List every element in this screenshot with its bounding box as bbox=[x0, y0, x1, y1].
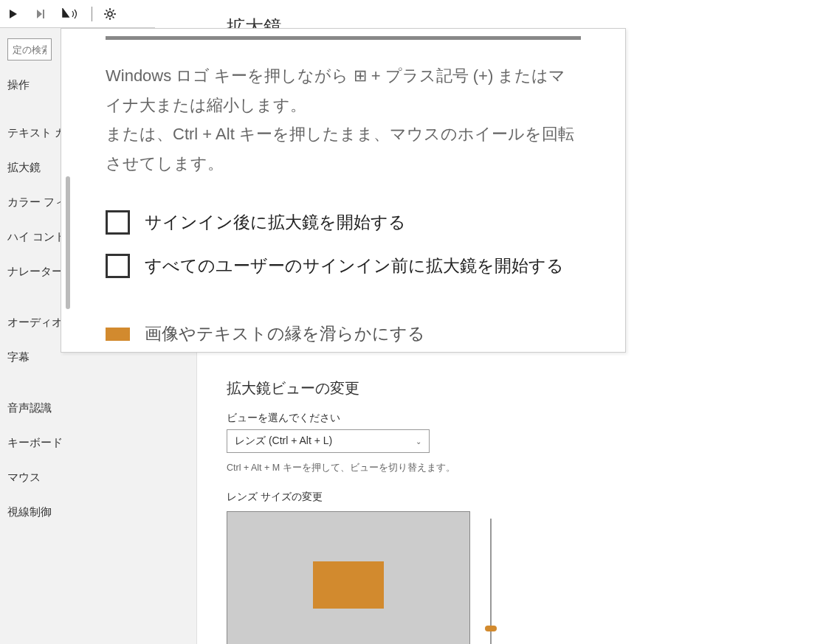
view-help-text: Ctrl + Alt + M キーを押して、ビューを切り替えます。 bbox=[227, 462, 793, 474]
dropdown-value: レンズ (Ctrl + Alt + L) bbox=[235, 434, 332, 448]
scrollbar[interactable] bbox=[66, 176, 70, 309]
svg-point-5 bbox=[108, 12, 112, 16]
magnifier-help-text: Windows ロゴ キーを押しながら ⊞ + プラス記号 (+) またはマイナ… bbox=[106, 61, 581, 178]
help-line-1: Windows ロゴ キーを押しながら ⊞ + プラス記号 (+) またはマイナ… bbox=[106, 61, 581, 120]
checkbox-label: サインイン後に拡大鏡を開始する bbox=[145, 211, 406, 234]
svg-line-13 bbox=[113, 10, 114, 11]
svg-marker-1 bbox=[37, 10, 42, 18]
sidebar-item-keyboard[interactable]: キーボード bbox=[0, 426, 196, 460]
lens-preview-row bbox=[227, 511, 793, 644]
cursor-sound-icon[interactable] bbox=[62, 7, 81, 21]
lens-size-label: レンズ サイズの変更 bbox=[227, 491, 793, 504]
chevron-down-icon: ⌄ bbox=[416, 437, 421, 446]
view-section: 拡大鏡ビューの変更 ビューを選んでください レンズ (Ctrl + Alt + … bbox=[227, 378, 793, 644]
checkbox-row-start-after-signin[interactable]: サインイン後に拡大鏡を開始する bbox=[106, 210, 581, 235]
gear-icon[interactable] bbox=[103, 7, 117, 21]
lens-preview bbox=[227, 511, 470, 644]
checkbox-icon[interactable] bbox=[106, 254, 130, 278]
checkbox-row-start-before-signin[interactable]: すべてのユーザーのサインイン前に拡大鏡を開始する bbox=[106, 254, 581, 278]
toggle-icon[interactable] bbox=[106, 328, 130, 341]
search-input[interactable] bbox=[7, 38, 52, 60]
lens-inner-rect bbox=[313, 561, 384, 609]
view-section-title: 拡大鏡ビューの変更 bbox=[227, 378, 793, 398]
checkbox-label: すべてのユーザーのサインイン前に拡大鏡を開始する bbox=[145, 255, 564, 277]
sidebar-item-speech[interactable]: 音声認識 bbox=[0, 391, 196, 426]
svg-line-10 bbox=[106, 10, 108, 11]
sidebar-item-eye-control[interactable]: 視線制御 bbox=[0, 495, 196, 530]
skip-icon[interactable] bbox=[34, 7, 49, 21]
slider-thumb[interactable] bbox=[485, 626, 497, 631]
svg-rect-2 bbox=[43, 10, 44, 18]
panel-divider bbox=[106, 36, 581, 40]
magnifier-panel: Windows ロゴ キーを押しながら ⊞ + プラス記号 (+) またはマイナ… bbox=[61, 28, 626, 353]
magnifier-toolbar bbox=[0, 0, 155, 28]
svg-marker-0 bbox=[10, 10, 17, 18]
sidebar-group-interaction: 音声認識 キーボード マウス 視線制御 bbox=[0, 391, 196, 530]
toolbar-divider bbox=[92, 7, 92, 21]
lens-height-slider[interactable] bbox=[483, 511, 498, 644]
help-line-2: または、Ctrl + Alt キーを押したまま、マウスのホイールを回転させてしま… bbox=[106, 120, 581, 178]
toggle-label: 画像やテキストの縁を滑らかにする bbox=[145, 322, 425, 345]
view-dropdown[interactable]: レンズ (Ctrl + Alt + L) ⌄ bbox=[227, 429, 430, 453]
toggle-row-smooth-edges[interactable]: 画像やテキストの縁を滑らかにする bbox=[106, 322, 581, 345]
choose-view-label: ビューを選んでください bbox=[227, 412, 793, 425]
play-icon[interactable] bbox=[6, 7, 21, 21]
sidebar-item-mouse[interactable]: マウス bbox=[0, 460, 196, 495]
svg-line-11 bbox=[113, 16, 114, 18]
checkbox-icon[interactable] bbox=[106, 210, 130, 235]
svg-line-12 bbox=[106, 16, 108, 18]
